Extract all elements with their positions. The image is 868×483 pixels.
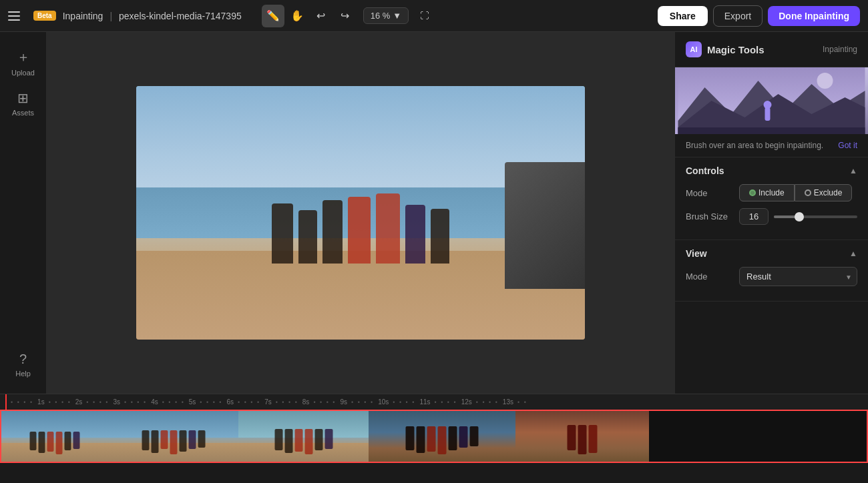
person-7 (431, 209, 449, 264)
person-1 (272, 203, 293, 264)
sidebar-item-assets[interactable]: ⊞ Assets (5, 85, 42, 122)
done-inpainting-button[interactable]: Done Inpainting (768, 6, 860, 26)
filmstrip-frame-2 (108, 411, 238, 463)
person-3 (322, 200, 343, 264)
mode-label: Mode (686, 188, 739, 198)
frame-5-people (568, 425, 598, 454)
toolbar-tools: ✏️ ✋ ↩ ↪ 16 % ▼ ⛶ (262, 5, 436, 27)
view-mode-label: Mode (686, 272, 739, 282)
filmstrip-frame-1 (1, 411, 108, 463)
ruler-7s: 7s (264, 398, 272, 406)
topbar: Beta Inpainting | pexels-kindel-media-71… (0, 0, 868, 32)
frame-2-people (142, 430, 205, 454)
sidebar-item-help[interactable]: ? Help (5, 346, 42, 383)
ruler-dots-12: • • • • (435, 399, 457, 406)
panel-title-row: AI Magic Tools (686, 41, 765, 57)
ruler-6s: 6s (226, 398, 234, 406)
ruler-dots-4: • • • • (124, 399, 147, 406)
brush-tool-button[interactable]: ✏️ (262, 5, 284, 27)
exclude-mode-button[interactable]: Exclude (795, 184, 853, 201)
right-panel: AI Magic Tools Inpainting (674, 32, 868, 394)
ruler-10s: 10s (378, 398, 389, 406)
topbar-right: Share Export Done Inpainting (658, 5, 860, 27)
beta-badge: Beta (33, 11, 56, 21)
controls-section: Controls ▲ Mode Include Exclude (675, 157, 868, 240)
controls-title: Controls (686, 165, 724, 176)
filmstrip-frame-5 (515, 411, 649, 463)
got-it-link[interactable]: Got it (838, 141, 857, 150)
share-button[interactable]: Share (658, 6, 708, 26)
ruler-dots-7: • • • • (238, 399, 260, 406)
brush-slider-thumb[interactable] (795, 212, 804, 221)
view-mode-select-wrapper: Result Original Overlay ▼ (739, 267, 857, 286)
ruler-dots-2: • • • • (49, 399, 71, 406)
main-content: ＋ Upload ⊞ Assets ? Help (0, 32, 868, 394)
timeline-strip[interactable] (0, 410, 868, 463)
brush-size-value[interactable]: 16 (739, 208, 769, 225)
frame-1-people (30, 432, 80, 454)
brush-size-row: Brush Size 16 (686, 208, 857, 225)
hint-text: Brush over an area to begin inpainting. (686, 141, 823, 150)
ruler-dots-13: • • • • (476, 399, 499, 406)
controls-chevron-icon: ▲ (849, 166, 857, 175)
include-mode-button[interactable]: Include (739, 184, 795, 201)
view-title: View (686, 248, 707, 259)
zoom-indicator[interactable]: 16 % ▼ (363, 7, 409, 24)
undo-button[interactable]: ↩ (310, 5, 333, 27)
left-sidebar: ＋ Upload ⊞ Assets ? Help (0, 32, 47, 394)
view-section-header[interactable]: View ▲ (686, 248, 857, 259)
rocks (505, 162, 585, 289)
filmstrip-frame-3 (238, 411, 369, 463)
ruler-dots-end: • • (517, 399, 527, 406)
sidebar-item-upload[interactable]: ＋ Upload (5, 43, 42, 82)
person-5 (376, 193, 400, 264)
svg-point-5 (764, 101, 772, 109)
view-mode-row: Mode Result Original Overlay ▼ (686, 267, 857, 286)
view-mode-select[interactable]: Result Original Overlay (739, 267, 857, 286)
preview-scene-svg (675, 67, 868, 134)
ruler-4s: 4s (151, 398, 158, 406)
zoom-chevron-icon: ▼ (393, 11, 401, 21)
brush-slider-track[interactable] (774, 215, 857, 218)
mode-row: Mode Include Exclude (686, 184, 857, 201)
brush-size-control: 16 (739, 208, 857, 225)
people-silhouettes (272, 193, 449, 264)
mode-buttons: Include Exclude (739, 184, 852, 201)
export-button[interactable]: Export (713, 5, 763, 27)
ai-icon: AI (686, 41, 702, 57)
exclude-dot-icon (805, 189, 811, 196)
redo-button[interactable]: ↪ (334, 5, 357, 27)
ruler-11s: 11s (419, 398, 430, 406)
timeline-ruler: • • • • 1s • • • • 2s • • • • 3s • • • •… (0, 394, 868, 410)
person-4 (348, 197, 371, 264)
playhead (5, 394, 7, 410)
filmstrip-frame-4 (369, 411, 515, 463)
ruler-dots-10: • • • • (351, 399, 374, 406)
fullscreen-button[interactable]: ⛶ (413, 5, 435, 27)
canvas-area[interactable] (47, 32, 674, 394)
panel-tag: Inpainting (823, 45, 857, 54)
ruler-13s: 13s (503, 398, 513, 406)
hand-tool-button[interactable]: ✋ (286, 5, 308, 27)
frame-3-people (274, 429, 333, 454)
preview-image (675, 67, 868, 134)
ruler-8s: 8s (302, 398, 310, 406)
menu-icon[interactable] (8, 7, 27, 25)
canvas-image (136, 86, 585, 340)
brush-size-label: Brush Size (686, 211, 739, 221)
view-chevron-icon: ▲ (849, 249, 857, 258)
breadcrumb-inpainting: Inpainting (63, 11, 103, 21)
view-section: View ▲ Mode Result Original Overlay ▼ (675, 240, 868, 302)
help-icon: ? (19, 352, 27, 367)
bottom-dark (0, 463, 868, 483)
ruler-dots-9: • • • • (313, 399, 336, 406)
ruler-dots-5: • • • • (162, 399, 185, 406)
ruler-dots-6: • • • • (200, 399, 222, 406)
ruler-dots-8: • • • • (276, 399, 298, 406)
ruler-12s: 12s (461, 398, 472, 406)
controls-section-header[interactable]: Controls ▲ (686, 165, 857, 176)
ruler-3s: 3s (113, 398, 120, 406)
frame-4-people (406, 426, 479, 454)
svg-rect-4 (765, 107, 771, 121)
bottom-area: • • • • 1s • • • • 2s • • • • 3s • • • •… (0, 394, 868, 483)
